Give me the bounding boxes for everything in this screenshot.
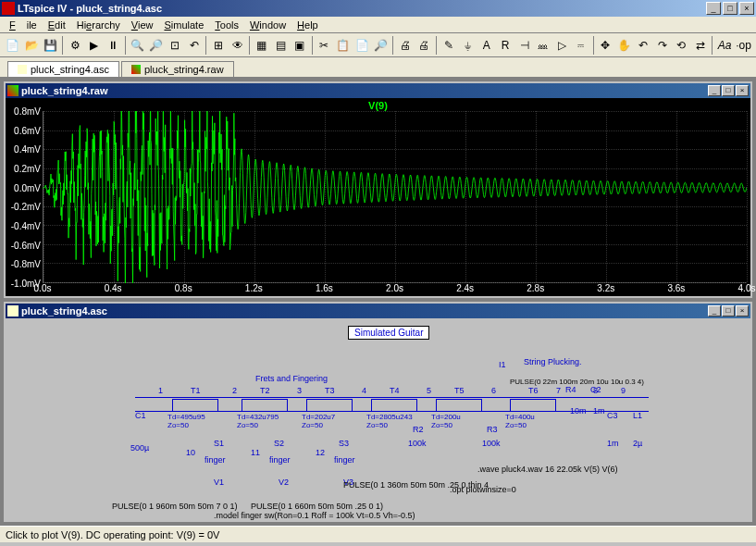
cascade-button[interactable]: ▤ bbox=[272, 35, 290, 56]
cut-button[interactable]: ✂ bbox=[315, 35, 332, 56]
document-tabs: pluck_string4.asc pluck_string4.raw bbox=[0, 57, 756, 78]
net-label: 3 bbox=[297, 386, 302, 395]
tab-schematic[interactable]: pluck_string4.asc bbox=[7, 61, 119, 77]
zoom-fit-button[interactable]: ⊡ bbox=[167, 35, 184, 56]
tline-t4 bbox=[371, 399, 417, 412]
schem-close-button[interactable]: × bbox=[736, 305, 749, 316]
waveform-icon bbox=[131, 65, 141, 74]
close-button[interactable]: × bbox=[739, 2, 754, 15]
zoom-in-button[interactable]: 🔍 bbox=[129, 35, 146, 56]
app-title: LTspice IV - pluck_string4.asc bbox=[18, 3, 706, 14]
trace-label[interactable]: V(9) bbox=[368, 100, 388, 111]
menu-window[interactable]: Window bbox=[244, 19, 291, 31]
mdi-workspace: pluck_string4.raw _ □ × V(9) 0.8mV0.6mV0… bbox=[0, 78, 756, 526]
y-tick-label: -0.6mV bbox=[11, 240, 41, 250]
label-net-button[interactable]: A bbox=[477, 35, 495, 56]
zoom-out-button[interactable]: 🔎 bbox=[147, 35, 165, 56]
menubar: File Edit Hierarchy View Simulate Tools … bbox=[0, 17, 756, 33]
comp-r2-val: 100k bbox=[408, 439, 427, 448]
spice-directive-button[interactable]: ·op bbox=[735, 35, 752, 56]
app-titlebar: LTspice IV - pluck_string4.asc _ □ × bbox=[0, 0, 756, 17]
plot-close-button[interactable]: × bbox=[736, 85, 749, 96]
tline-label: T5 bbox=[454, 386, 465, 395]
place-cap-button[interactable]: ⊣ bbox=[515, 35, 533, 56]
plot-titlebar[interactable]: pluck_string4.raw _ □ × bbox=[6, 83, 750, 98]
rotate-button[interactable]: ⟲ bbox=[672, 35, 689, 56]
copy-button[interactable]: 📋 bbox=[334, 35, 352, 56]
undo-button[interactable]: ↶ bbox=[635, 35, 652, 56]
x-tick-label: 0.4s bbox=[105, 283, 122, 293]
y-tick-label: 0.4mV bbox=[14, 144, 41, 155]
x-tick-label: 2.8s bbox=[527, 283, 544, 293]
redo-button[interactable]: ↷ bbox=[653, 35, 671, 56]
autorange-button[interactable]: ⊞ bbox=[209, 35, 227, 56]
menu-help[interactable]: Help bbox=[291, 19, 324, 31]
place-text-button[interactable]: Aa bbox=[715, 35, 733, 56]
mirror-button[interactable]: ⇄ bbox=[691, 35, 709, 56]
tline-params: Td=202u7 Zo=50 bbox=[302, 413, 335, 429]
new-button[interactable]: 📄 bbox=[4, 35, 21, 56]
place-diode-button[interactable]: ▷ bbox=[553, 35, 571, 56]
x-tick-label: 0.8s bbox=[175, 283, 192, 293]
tline-params: Td=2805u243 Zo=50 bbox=[366, 413, 413, 429]
y-axis[interactable]: 0.8mV0.6mV0.4mV0.2mV0.0mV-0.2mV-0.4mV-0.… bbox=[6, 111, 43, 283]
open-button[interactable]: 📂 bbox=[22, 35, 40, 56]
restore-button[interactable]: □ bbox=[723, 2, 737, 15]
frets-label: Frets and Fingering bbox=[255, 374, 328, 383]
drag-button[interactable]: ✋ bbox=[615, 35, 633, 56]
draw-wire-button[interactable]: ✎ bbox=[440, 35, 457, 56]
menu-view[interactable]: View bbox=[126, 19, 159, 31]
place-component-button[interactable]: ⎓ bbox=[572, 35, 589, 56]
place-ind-button[interactable]: ⅏ bbox=[534, 35, 552, 56]
tline-label: T4 bbox=[390, 386, 400, 395]
print-setup-button[interactable]: 🖨 bbox=[415, 35, 433, 56]
halt-button[interactable]: ⏸ bbox=[104, 35, 121, 56]
waveform-trace bbox=[43, 111, 747, 283]
menu-simulate[interactable]: Simulate bbox=[158, 19, 209, 31]
tline-label: T6 bbox=[528, 386, 539, 395]
zoom-back-button[interactable]: ↶ bbox=[185, 35, 203, 56]
tab-waveform[interactable]: pluck_string4.raw bbox=[121, 61, 234, 77]
tline-t3 bbox=[306, 399, 353, 412]
schem-maximize-button[interactable]: □ bbox=[722, 305, 735, 316]
menu-file[interactable]: File bbox=[4, 19, 43, 31]
opt-directive: .opt plotwinsize=0 bbox=[450, 485, 516, 494]
tab-waveform-label: pluck_string4.raw bbox=[144, 64, 224, 75]
tline-label: T3 bbox=[325, 386, 335, 395]
schematic-titlebar[interactable]: pluck_string4.asc _ □ × bbox=[6, 304, 750, 318]
tline-params: Td=495u95 Zo=50 bbox=[167, 413, 205, 429]
minimize-button[interactable]: _ bbox=[706, 2, 721, 15]
save-button[interactable]: 💾 bbox=[42, 35, 59, 56]
paste-button[interactable]: 📄 bbox=[353, 35, 370, 56]
plot-minimize-button[interactable]: _ bbox=[708, 85, 721, 96]
plot-maximize-button[interactable]: □ bbox=[722, 85, 735, 96]
schematic-canvas[interactable]: Simulated Guitar Frets and Fingering Str… bbox=[6, 318, 750, 520]
x-tick-label: 1.6s bbox=[316, 283, 333, 293]
plot-area[interactable]: V(9) 0.8mV0.6mV0.4mV0.2mV0.0mV-0.2mV-0.4… bbox=[6, 98, 750, 296]
control-panel-button[interactable]: ⚙ bbox=[66, 35, 83, 56]
x-tick-label: 3.2s bbox=[597, 283, 614, 293]
x-tick-label: 0.0s bbox=[34, 283, 52, 293]
x-tick-label: 1.2s bbox=[245, 283, 263, 293]
find-button[interactable]: 🔎 bbox=[372, 35, 390, 56]
tile-button[interactable]: ▦ bbox=[253, 35, 270, 56]
y-tick-label: -0.2mV bbox=[11, 202, 41, 212]
plot-window-icon bbox=[7, 85, 19, 96]
pulse2-directive: PULSE(0 1 660m 50m 50m .25 0 1) bbox=[251, 502, 383, 511]
schem-minimize-button[interactable]: _ bbox=[708, 305, 721, 316]
run-button[interactable]: ▶ bbox=[85, 35, 103, 56]
place-gnd-button[interactable]: ⏚ bbox=[458, 35, 476, 56]
pick-visible-button[interactable]: 👁 bbox=[229, 35, 246, 56]
comp-c1-val: 500µ bbox=[130, 443, 149, 453]
comp-c1: C1 bbox=[135, 411, 146, 420]
menu-tools[interactable]: Tools bbox=[209, 19, 244, 31]
comp-v1: V1 bbox=[214, 478, 224, 487]
x-axis[interactable]: 0.0s0.4s0.8s1.2s1.6s2.0s2.4s2.8s3.2s3.6s… bbox=[43, 283, 747, 296]
place-res-button[interactable]: R bbox=[496, 35, 514, 56]
menu-edit[interactable]: Edit bbox=[43, 19, 71, 31]
comp-r4: R4 bbox=[565, 385, 576, 394]
print-button[interactable]: 🖨 bbox=[396, 35, 414, 56]
close-all-button[interactable]: ▣ bbox=[291, 35, 308, 56]
move-button[interactable]: ✥ bbox=[597, 35, 614, 56]
menu-hierarchy[interactable]: Hierarchy bbox=[71, 19, 126, 31]
